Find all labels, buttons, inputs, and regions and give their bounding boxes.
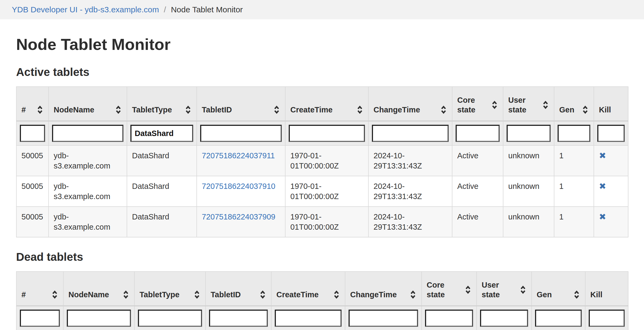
cell-tabletid: 72075186224037911 — [197, 145, 285, 176]
cell-tablettype: DataShard — [127, 176, 197, 207]
sort-icon — [274, 105, 280, 114]
cell-userstate: unknown — [503, 145, 554, 176]
active-tablets-heading: Active tablets — [16, 67, 628, 78]
column-header-kill: Kill — [594, 87, 628, 121]
cell-createtime: 1970-01-01T00:00:00Z — [285, 176, 368, 207]
breadcrumb-home-link[interactable]: YDB Developer UI - ydb-s3.example.com — [12, 5, 159, 14]
cell-changetime: 2024-10-29T13:31:43Z — [368, 207, 452, 237]
column-header-tabletid[interactable]: TabletID — [197, 87, 285, 121]
cell-num: 50005 — [16, 145, 49, 176]
sort-icon — [334, 290, 339, 299]
column-header-corestate[interactable]: Core state — [422, 272, 477, 306]
sort-icon — [441, 105, 447, 114]
column-header-userstate[interactable]: User state — [503, 87, 554, 121]
column-header-tablettype[interactable]: TabletType — [134, 272, 206, 306]
filter-input-userstate[interactable] — [507, 125, 551, 142]
kill-icon[interactable]: ✖ — [599, 151, 606, 160]
column-header-nodename[interactable]: NodeName — [63, 272, 134, 306]
breadcrumb-current: Node Tablet Monitor — [171, 5, 243, 14]
sort-icon — [520, 285, 526, 294]
column-header-tabletid[interactable]: TabletID — [206, 272, 271, 306]
filter-input-nodename[interactable] — [67, 310, 131, 327]
filter-input-tablettype[interactable] — [130, 125, 193, 142]
cell-changetime: 2024-10-29T13:31:43Z — [368, 176, 452, 207]
filter-input-num[interactable] — [20, 310, 60, 327]
cell-corestate: Active — [452, 145, 503, 176]
active-tablets-table: # NodeName TabletType TabletID CreateTim… — [16, 86, 628, 237]
filter-input-createtime[interactable] — [275, 310, 342, 327]
filter-input-kill[interactable] — [597, 125, 625, 142]
cell-kill: ✖ — [594, 176, 628, 207]
column-header-num[interactable]: # — [16, 87, 49, 121]
sort-icon — [492, 101, 497, 109]
filter-row — [16, 121, 628, 145]
filter-input-nodename[interactable] — [52, 125, 123, 142]
header-row: # NodeName TabletType TabletID CreateTim… — [16, 87, 628, 121]
column-header-tablettype[interactable]: TabletType — [127, 87, 197, 121]
cell-gen: 1 — [554, 176, 594, 207]
column-header-changetime[interactable]: ChangeTime — [368, 87, 452, 121]
cell-corestate: Active — [452, 176, 503, 207]
filter-input-userstate[interactable] — [480, 310, 528, 327]
dead-tablets-table: # NodeName TabletType TabletID CreateTim… — [16, 271, 628, 330]
breadcrumb: YDB Developer UI - ydb-s3.example.com / … — [0, 0, 644, 19]
column-header-changetime[interactable]: ChangeTime — [345, 272, 422, 306]
sort-icon — [123, 290, 129, 299]
filter-input-gen[interactable] — [558, 125, 590, 142]
table-row: 50005 ydb-s3.example.com DataShard 72075… — [16, 207, 628, 237]
filter-input-num[interactable] — [20, 125, 45, 142]
filter-input-changetime[interactable] — [372, 125, 449, 142]
cell-tablettype: DataShard — [127, 145, 197, 176]
sort-icon — [582, 105, 588, 114]
sort-icon — [260, 290, 266, 299]
sort-icon — [52, 290, 58, 299]
filter-row — [16, 306, 628, 330]
filter-input-gen[interactable] — [535, 310, 582, 327]
breadcrumb-separator: / — [164, 5, 166, 14]
sort-icon — [574, 290, 580, 299]
cell-nodename: ydb-s3.example.com — [49, 176, 127, 207]
tablet-id-link[interactable]: 72075186224037910 — [202, 182, 275, 190]
sort-icon — [410, 290, 416, 299]
filter-input-tabletid[interactable] — [209, 310, 268, 327]
column-header-createtime[interactable]: CreateTime — [271, 272, 345, 306]
filter-input-kill[interactable] — [589, 310, 625, 327]
filter-input-tablettype[interactable] — [138, 310, 202, 327]
sort-icon — [115, 105, 121, 114]
table-row: 50005 ydb-s3.example.com DataShard 72075… — [16, 176, 628, 207]
sort-icon — [194, 290, 200, 299]
filter-input-tabletid[interactable] — [200, 125, 282, 142]
cell-userstate: unknown — [503, 207, 554, 237]
column-header-nodename[interactable]: NodeName — [49, 87, 127, 121]
kill-icon[interactable]: ✖ — [599, 181, 606, 191]
column-header-userstate[interactable]: User state — [477, 272, 532, 306]
cell-num: 50005 — [16, 207, 49, 237]
cell-tabletid: 72075186224037909 — [197, 207, 285, 237]
kill-icon[interactable]: ✖ — [599, 212, 606, 222]
column-header-num[interactable]: # — [16, 272, 63, 306]
cell-tablettype: DataShard — [127, 207, 197, 237]
cell-corestate: Active — [452, 207, 503, 237]
filter-input-changetime[interactable] — [349, 310, 418, 327]
sort-icon — [37, 105, 43, 114]
column-header-gen[interactable]: Gen — [554, 87, 594, 121]
column-header-kill: Kill — [585, 272, 628, 306]
filter-input-createtime[interactable] — [289, 125, 365, 142]
tablet-id-link[interactable]: 72075186224037911 — [202, 151, 275, 160]
dead-tablets-heading: Dead tablets — [16, 251, 628, 263]
cell-createtime: 1970-01-01T00:00:00Z — [285, 207, 368, 237]
column-header-createtime[interactable]: CreateTime — [285, 87, 368, 121]
cell-changetime: 2024-10-29T13:31:43Z — [368, 145, 452, 176]
cell-num: 50005 — [16, 176, 49, 207]
cell-nodename: ydb-s3.example.com — [49, 207, 127, 237]
sort-icon — [357, 105, 363, 114]
cell-gen: 1 — [554, 207, 594, 237]
column-header-corestate[interactable]: Core state — [452, 87, 503, 121]
column-header-gen[interactable]: Gen — [532, 272, 585, 306]
filter-input-corestate[interactable] — [425, 310, 473, 327]
filter-input-corestate[interactable] — [456, 125, 500, 142]
tablet-id-link[interactable]: 72075186224037909 — [202, 212, 275, 221]
cell-tabletid: 72075186224037910 — [197, 176, 285, 207]
sort-icon — [465, 285, 471, 294]
sort-icon — [185, 105, 191, 114]
